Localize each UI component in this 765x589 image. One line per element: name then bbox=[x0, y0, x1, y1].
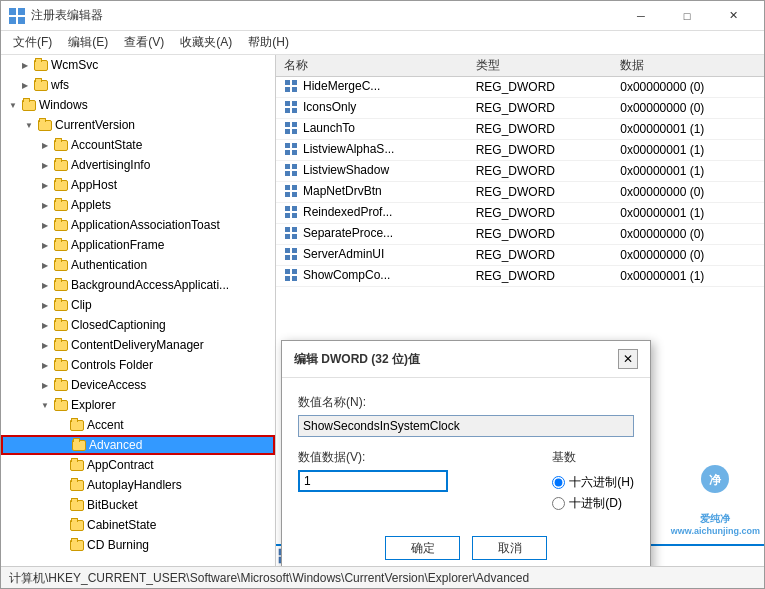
tree-item-explorer[interactable]: ▼ Explorer bbox=[1, 395, 275, 415]
tree-label-accent: Accent bbox=[87, 418, 124, 432]
table-row[interactable]: ShowCompCo...REG_DWORD0x00000001 (1) bbox=[276, 266, 764, 287]
tree-item-cabinetstate[interactable]: ▶ CabinetState bbox=[1, 515, 275, 535]
menu-view[interactable]: 查看(V) bbox=[116, 32, 172, 53]
tree-item-wcmsvc[interactable]: ▶ WcmSvc bbox=[1, 55, 275, 75]
expand-closedcaptioning[interactable]: ▶ bbox=[37, 317, 53, 333]
hex-radio-option[interactable]: 十六进制(H) bbox=[552, 474, 634, 491]
dialog-title-text: 编辑 DWORD (32 位)值 bbox=[294, 351, 420, 368]
expand-appassoctoast[interactable]: ▶ bbox=[37, 217, 53, 233]
name-label: 数值名称(N): bbox=[298, 394, 634, 411]
table-row[interactable]: ReindexedProf...REG_DWORD0x00000001 (1) bbox=[276, 203, 764, 224]
expand-advertisinginfo[interactable]: ▶ bbox=[37, 157, 53, 173]
status-text: 计算机\HKEY_CURRENT_USER\Software\Microsoft… bbox=[9, 571, 529, 585]
svg-rect-13 bbox=[292, 122, 297, 127]
expand-deviceaccess[interactable]: ▶ bbox=[37, 377, 53, 393]
tree-item-accountstate[interactable]: ▶ AccountState bbox=[1, 135, 275, 155]
tree-item-contentdelivery[interactable]: ▶ ContentDeliveryManager bbox=[1, 335, 275, 355]
title-bar-left: 注册表编辑器 bbox=[9, 7, 103, 24]
menu-help[interactable]: 帮助(H) bbox=[240, 32, 297, 53]
expand-authentication[interactable]: ▶ bbox=[37, 257, 53, 273]
tree-item-applets[interactable]: ▶ Applets bbox=[1, 195, 275, 215]
tree-item-apphost[interactable]: ▶ AppHost bbox=[1, 175, 275, 195]
tree-item-currentversion[interactable]: ▼ CurrentVersion bbox=[1, 115, 275, 135]
tree-label-applets: Applets bbox=[71, 198, 111, 212]
expand-accountstate[interactable]: ▶ bbox=[37, 137, 53, 153]
tree-label-appframe: ApplicationFrame bbox=[71, 238, 164, 252]
cell-name: HideMergeC... bbox=[276, 77, 468, 98]
tree-item-controlsfolder[interactable]: ▶ Controls Folder bbox=[1, 355, 275, 375]
hex-radio[interactable] bbox=[552, 476, 565, 489]
folder-icon bbox=[21, 97, 37, 113]
expand-applets[interactable]: ▶ bbox=[37, 197, 53, 213]
tree-item-appassoctoast[interactable]: ▶ ApplicationAssociationToast bbox=[1, 215, 275, 235]
tree-item-windows[interactable]: ▼ Windows bbox=[1, 95, 275, 115]
expand-backgroundaccess[interactable]: ▶ bbox=[37, 277, 53, 293]
value-input[interactable] bbox=[298, 470, 448, 492]
cancel-button[interactable]: 取消 bbox=[472, 536, 547, 560]
svg-rect-17 bbox=[292, 143, 297, 148]
table-row[interactable]: ServerAdminUIREG_DWORD0x00000000 (0) bbox=[276, 245, 764, 266]
tree-item-cdburning[interactable]: ▶ CD Burning bbox=[1, 535, 275, 555]
name-input[interactable] bbox=[298, 415, 634, 437]
tree-label-clip: Clip bbox=[71, 298, 92, 312]
value-section: 数值数据(V): bbox=[298, 449, 536, 492]
expand-apphost[interactable]: ▶ bbox=[37, 177, 53, 193]
tree-item-bitbucket[interactable]: ▶ BitBucket bbox=[1, 495, 275, 515]
table-row[interactable]: SeparateProce...REG_DWORD0x00000000 (0) bbox=[276, 224, 764, 245]
menu-file[interactable]: 文件(F) bbox=[5, 32, 60, 53]
menu-edit[interactable]: 编辑(E) bbox=[60, 32, 116, 53]
table-row[interactable]: HideMergeC...REG_DWORD0x00000000 (0) bbox=[276, 77, 764, 98]
svg-rect-18 bbox=[285, 150, 290, 155]
dialog-close-button[interactable]: ✕ bbox=[618, 349, 638, 369]
tree-item-clip[interactable]: ▶ Clip bbox=[1, 295, 275, 315]
folder-icon bbox=[53, 197, 69, 213]
expand-explorer[interactable]: ▼ bbox=[37, 397, 53, 413]
table-row[interactable]: LaunchToREG_DWORD0x00000001 (1) bbox=[276, 119, 764, 140]
base-section: 基数 十六进制(H) 十进制(D) bbox=[552, 449, 634, 512]
tree-item-closedcaptioning[interactable]: ▶ ClosedCaptioning bbox=[1, 315, 275, 335]
registry-table: 名称 类型 数据 HideMergeC...REG_DWORD0x0000000… bbox=[276, 55, 764, 287]
table-row[interactable]: ListviewShadowREG_DWORD0x00000001 (1) bbox=[276, 161, 764, 182]
dec-radio-option[interactable]: 十进制(D) bbox=[552, 495, 634, 512]
svg-rect-24 bbox=[285, 185, 290, 190]
expand-clip[interactable]: ▶ bbox=[37, 297, 53, 313]
tree-item-appframe[interactable]: ▶ ApplicationFrame bbox=[1, 235, 275, 255]
expand-currentversion[interactable]: ▼ bbox=[21, 117, 37, 133]
tree-item-autoplayhandlers[interactable]: ▶ AutoplayHandlers bbox=[1, 475, 275, 495]
expand-appframe[interactable]: ▶ bbox=[37, 237, 53, 253]
expand-windows[interactable]: ▼ bbox=[5, 97, 21, 113]
cell-data: 0x00000000 (0) bbox=[612, 182, 764, 203]
table-row[interactable]: IconsOnlyREG_DWORD0x00000000 (0) bbox=[276, 98, 764, 119]
expand-wcmsvc[interactable]: ▶ bbox=[17, 57, 33, 73]
cell-type: REG_DWORD bbox=[468, 77, 613, 98]
table-row[interactable]: ListviewAlphaS...REG_DWORD0x00000001 (1) bbox=[276, 140, 764, 161]
expand-contentdelivery[interactable]: ▶ bbox=[37, 337, 53, 353]
menu-favorites[interactable]: 收藏夹(A) bbox=[172, 32, 240, 53]
table-row[interactable]: MapNetDrvBtnREG_DWORD0x00000000 (0) bbox=[276, 182, 764, 203]
tree-item-advanced[interactable]: ▶ Advanced bbox=[1, 435, 275, 455]
tree-item-wfs[interactable]: ▶ wfs bbox=[1, 75, 275, 95]
minimize-button[interactable]: ─ bbox=[618, 5, 664, 27]
expand-controlsfolder[interactable]: ▶ bbox=[37, 357, 53, 373]
expand-wfs[interactable]: ▶ bbox=[17, 77, 33, 93]
tree-item-accent[interactable]: ▶ Accent bbox=[1, 415, 275, 435]
confirm-button[interactable]: 确定 bbox=[385, 536, 460, 560]
tree-item-deviceaccess[interactable]: ▶ DeviceAccess bbox=[1, 375, 275, 395]
dec-radio[interactable] bbox=[552, 497, 565, 510]
svg-rect-41 bbox=[292, 269, 297, 274]
svg-rect-10 bbox=[285, 108, 290, 113]
close-button[interactable]: ✕ bbox=[710, 5, 756, 27]
cell-data: 0x00000000 (0) bbox=[612, 98, 764, 119]
maximize-button[interactable]: □ bbox=[664, 5, 710, 27]
tree-item-advertisinginfo[interactable]: ▶ AdvertisingInfo bbox=[1, 155, 275, 175]
svg-rect-36 bbox=[285, 248, 290, 253]
tree-item-backgroundaccess[interactable]: ▶ BackgroundAccessApplicati... bbox=[1, 275, 275, 295]
svg-rect-1 bbox=[18, 8, 25, 15]
tree-panel[interactable]: ▶ WcmSvc ▶ wfs ▼ Windows bbox=[1, 55, 276, 566]
tree-item-appcontract[interactable]: ▶ AppContract bbox=[1, 455, 275, 475]
tree-item-authentication[interactable]: ▶ Authentication bbox=[1, 255, 275, 275]
dialog-footer: 确定 取消 bbox=[282, 528, 650, 566]
cell-name: IconsOnly bbox=[276, 98, 468, 119]
tree-label-cabinetstate: CabinetState bbox=[87, 518, 156, 532]
svg-rect-3 bbox=[18, 17, 25, 24]
